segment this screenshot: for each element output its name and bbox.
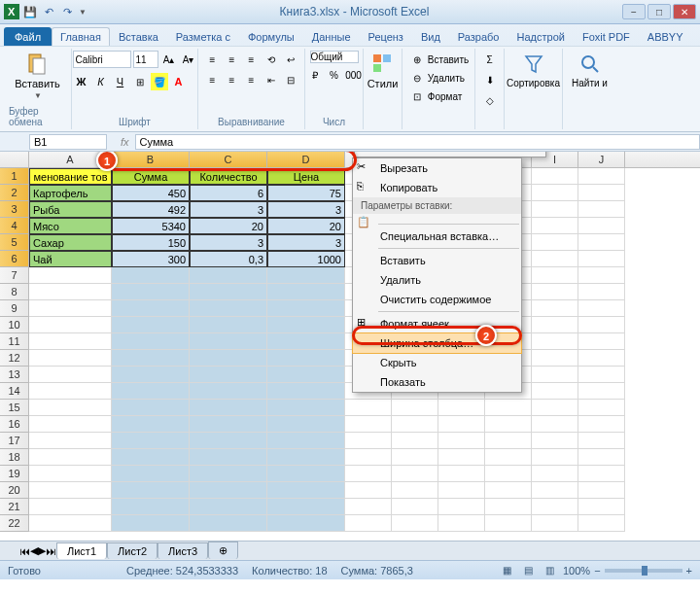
cell-A3[interactable]: Рыба — [29, 201, 112, 218]
cell-D19[interactable] — [267, 466, 345, 482]
tab-abbyy[interactable]: ABBYY — [639, 27, 692, 46]
ctx-paste-special[interactable]: Специальная вставка… — [353, 227, 521, 246]
cell-I9[interactable] — [532, 300, 578, 317]
cell-J9[interactable] — [578, 300, 625, 317]
ctx-cut[interactable]: ✂Вырезать — [353, 158, 521, 178]
new-sheet-button[interactable]: ⊕ — [208, 542, 238, 559]
row-header-13[interactable]: 13 — [0, 367, 29, 383]
cell-E20[interactable] — [345, 482, 392, 499]
cell-B16[interactable] — [112, 416, 190, 433]
cell-E22[interactable] — [345, 515, 392, 532]
cell-A13[interactable] — [29, 367, 112, 383]
wrap-text-button[interactable]: ↩ — [282, 51, 299, 68]
cell-J8[interactable] — [578, 284, 625, 300]
cell-J13[interactable] — [578, 367, 625, 383]
font-color-button[interactable]: A — [170, 73, 188, 90]
cell-D1[interactable]: Цена — [267, 168, 345, 185]
cell-J17[interactable] — [578, 433, 625, 449]
cell-I15[interactable] — [532, 400, 578, 416]
cell-J10[interactable] — [578, 317, 625, 333]
cell-B15[interactable] — [112, 400, 190, 416]
currency-icon[interactable]: ₽ — [306, 66, 324, 84]
zoom-out-button[interactable]: − — [594, 565, 600, 577]
mini-italic-icon[interactable]: К — [376, 152, 394, 153]
cell-A12[interactable] — [29, 350, 112, 367]
cell-D10[interactable] — [267, 317, 345, 333]
cell-G15[interactable] — [438, 400, 485, 416]
cell-I8[interactable] — [532, 284, 578, 300]
cell-H18[interactable] — [485, 449, 532, 466]
cell-I11[interactable] — [532, 333, 578, 350]
view-break-icon[interactable]: ▥ — [542, 562, 559, 579]
sheet-nav-first-icon[interactable]: ⏮ — [19, 545, 30, 557]
mini-border-icon[interactable]: ⊞ — [454, 152, 472, 153]
mini-dec-dec-icon[interactable]: .00 — [493, 152, 510, 153]
cell-J7[interactable] — [578, 267, 625, 284]
cell-A20[interactable] — [29, 482, 112, 499]
select-all-corner[interactable] — [0, 152, 29, 167]
cell-G21[interactable] — [438, 499, 485, 515]
paste-button[interactable]: Вставить▼ — [11, 51, 64, 102]
cell-A8[interactable] — [29, 284, 112, 300]
fill-icon[interactable]: ⬇ — [481, 71, 499, 88]
cell-E18[interactable] — [345, 449, 392, 466]
cell-A4[interactable]: Мясо — [29, 218, 112, 234]
ctx-delete[interactable]: Удалить — [353, 270, 521, 290]
cell-A6[interactable]: Чай — [29, 251, 112, 267]
cell-F15[interactable] — [392, 400, 438, 416]
cell-B11[interactable] — [112, 333, 190, 350]
cell-H22[interactable] — [485, 515, 532, 532]
cell-C3[interactable]: 3 — [190, 201, 267, 218]
cell-A5[interactable]: Сахар — [29, 234, 112, 251]
row-header-16[interactable]: 16 — [0, 416, 29, 433]
cell-J22[interactable] — [578, 515, 625, 532]
maximize-button[interactable]: □ — [648, 4, 671, 19]
cell-C1[interactable]: Количество — [190, 168, 267, 185]
row-header-11[interactable]: 11 — [0, 333, 29, 350]
mini-bold-icon[interactable]: Ж — [357, 152, 374, 153]
cell-I12[interactable] — [532, 350, 578, 367]
cell-G19[interactable] — [438, 466, 485, 482]
comma-icon[interactable]: 000 — [345, 66, 363, 84]
redo-icon[interactable]: ↷ — [59, 4, 75, 19]
cell-J2[interactable] — [578, 185, 625, 201]
cell-H16[interactable] — [485, 416, 532, 433]
align-bot-icon[interactable]: ≡ — [243, 51, 261, 68]
row-header-5[interactable]: 5 — [0, 234, 29, 251]
cell-H20[interactable] — [485, 482, 532, 499]
cell-B22[interactable] — [112, 515, 190, 532]
view-layout-icon[interactable]: ▤ — [520, 562, 538, 579]
cells-delete-button[interactable]: ⊖Удалить — [408, 69, 465, 87]
cell-F19[interactable] — [392, 466, 438, 482]
mini-fontcolor-icon[interactable]: A — [435, 152, 452, 153]
cell-C20[interactable] — [190, 482, 267, 499]
cell-B5[interactable]: 150 — [112, 234, 190, 251]
sheet-tab-1[interactable]: Лист1 — [56, 542, 107, 559]
row-header-9[interactable]: 9 — [0, 300, 29, 317]
cell-J15[interactable] — [578, 400, 625, 416]
cell-F21[interactable] — [392, 499, 438, 515]
formula-input[interactable] — [135, 134, 700, 150]
sort-filter-button[interactable]: Сортировка — [503, 51, 564, 90]
cell-D5[interactable]: 3 — [267, 234, 345, 251]
cell-I2[interactable] — [532, 185, 578, 201]
cell-D3[interactable]: 3 — [267, 201, 345, 218]
column-header-C[interactable]: C — [190, 152, 267, 167]
cell-I21[interactable] — [532, 499, 578, 515]
row-header-14[interactable]: 14 — [0, 383, 29, 400]
cell-G22[interactable] — [438, 515, 485, 532]
cell-B9[interactable] — [112, 300, 190, 317]
row-header-3[interactable]: 3 — [0, 201, 29, 218]
qat-dropdown-icon[interactable]: ▼ — [79, 8, 87, 17]
cell-J14[interactable] — [578, 383, 625, 400]
cell-C6[interactable]: 0,3 — [190, 251, 267, 267]
find-select-button[interactable]: Найти и — [568, 51, 612, 90]
column-header-D[interactable]: D — [267, 152, 345, 167]
italic-button[interactable]: К — [92, 73, 110, 90]
cell-B17[interactable] — [112, 433, 190, 449]
ctx-hide[interactable]: Скрыть — [353, 353, 521, 372]
cell-C5[interactable]: 3 — [190, 234, 267, 251]
cell-B2[interactable]: 450 — [112, 185, 190, 201]
cell-I20[interactable] — [532, 482, 578, 499]
cell-D11[interactable] — [267, 333, 345, 350]
